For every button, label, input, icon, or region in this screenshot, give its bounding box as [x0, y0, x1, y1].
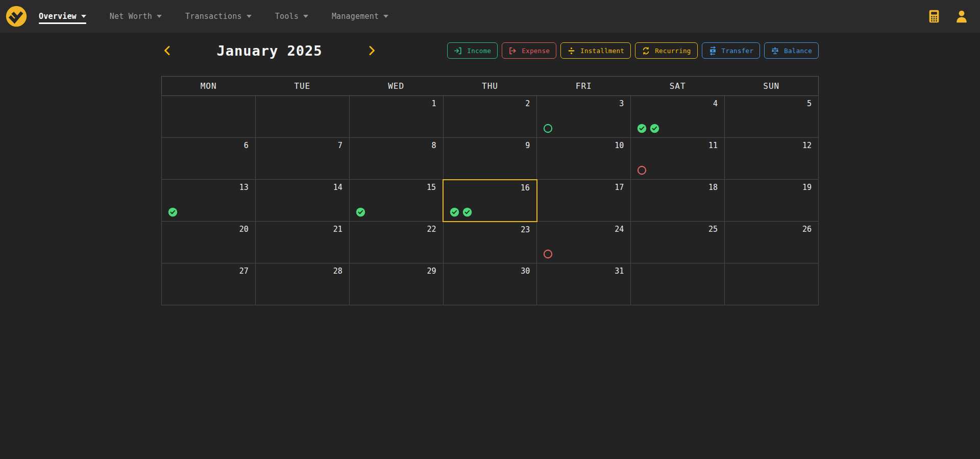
transaction-markers [168, 207, 178, 217]
legend-button-transfer[interactable]: Transfer [702, 42, 761, 59]
green-check-marker-icon [168, 207, 178, 217]
nav-item-management[interactable]: Management [332, 0, 388, 33]
day-number: 14 [333, 183, 342, 192]
green-ring-marker-icon [543, 124, 553, 133]
next-month-button[interactable] [365, 44, 378, 57]
day-cell-10[interactable]: 10 [537, 138, 631, 180]
chevron-left-icon [161, 44, 174, 57]
day-cell-16[interactable]: 16 [443, 180, 537, 222]
green-check-marker-icon [356, 207, 365, 217]
nav-item-net-worth[interactable]: Net Worth [110, 0, 162, 33]
calendar-toolbar: January 2025 IncomeExpenseInstallmentRec… [161, 42, 819, 59]
nav-item-label: Transactions [185, 12, 242, 21]
day-cell-empty [255, 96, 349, 138]
red-ring-marker-icon [637, 165, 647, 175]
day-cell-18[interactable]: 18 [631, 180, 725, 222]
legend-button-label: Balance [784, 47, 812, 55]
day-cell-1[interactable]: 1 [349, 96, 443, 138]
transaction-markers [637, 124, 659, 133]
previous-month-button[interactable] [161, 44, 174, 57]
day-number: 12 [802, 141, 812, 150]
day-cell-empty [162, 96, 256, 138]
month-title: January 2025 [216, 43, 322, 59]
day-cell-14[interactable]: 14 [255, 180, 349, 222]
arrow-right-from-bracket-icon [508, 46, 517, 55]
nav-item-overview[interactable]: Overview [39, 0, 86, 33]
nav-item-label: Tools [275, 12, 299, 21]
day-cell-25[interactable]: 25 [631, 222, 725, 263]
day-cell-31[interactable]: 31 [537, 263, 631, 305]
day-cell-29[interactable]: 29 [349, 263, 443, 305]
calculator-icon[interactable] [927, 9, 941, 24]
transaction-markers [637, 165, 647, 175]
day-cell-11[interactable]: 11 [631, 138, 725, 180]
day-cell-23[interactable]: 23 [443, 222, 537, 263]
day-number: 1 [432, 99, 436, 108]
day-number: 26 [802, 225, 812, 234]
day-cell-19[interactable]: 19 [725, 180, 819, 222]
day-number: 16 [521, 183, 530, 192]
day-number: 5 [807, 99, 812, 108]
day-cell-6[interactable]: 6 [162, 138, 256, 180]
day-cell-26[interactable]: 26 [725, 222, 819, 263]
day-cell-7[interactable]: 7 [255, 138, 349, 180]
weekday-header-sun: SUN [725, 77, 819, 96]
legend-button-installment[interactable]: Installment [560, 42, 631, 59]
legend-button-expense[interactable]: Expense [502, 42, 556, 59]
user-icon[interactable] [954, 9, 969, 24]
nav-item-tools[interactable]: Tools [275, 0, 308, 33]
day-cell-22[interactable]: 22 [349, 222, 443, 263]
weekday-header-fri: FRI [537, 77, 631, 96]
day-cell-20[interactable]: 20 [162, 222, 256, 263]
day-number: 13 [239, 183, 249, 192]
nav-item-label: Overview [39, 12, 77, 21]
day-cell-15[interactable]: 15 [349, 180, 443, 222]
legend-button-label: Installment [580, 47, 624, 55]
day-number: 9 [525, 141, 530, 150]
day-cell-8[interactable]: 8 [349, 138, 443, 180]
day-cell-21[interactable]: 21 [255, 222, 349, 263]
calendar-week-row: 2728293031 [162, 263, 819, 305]
weekday-header-tue: TUE [255, 77, 349, 96]
day-number: 11 [708, 141, 718, 150]
nav-item-transactions[interactable]: Transactions [185, 0, 252, 33]
day-number: 18 [708, 183, 718, 192]
main-nav: OverviewNet WorthTransactionsToolsManage… [39, 0, 388, 33]
day-cell-12[interactable]: 12 [725, 138, 819, 180]
day-cell-24[interactable]: 24 [537, 222, 631, 263]
chevron-down-icon [383, 15, 388, 18]
chevron-down-icon [157, 15, 162, 18]
green-check-marker-icon [637, 124, 647, 133]
day-number: 30 [521, 267, 530, 276]
money-transfer-icon [708, 46, 717, 55]
day-cell-9[interactable]: 9 [443, 138, 537, 180]
legend-button-balance[interactable]: Balance [764, 42, 819, 59]
day-cell-5[interactable]: 5 [725, 96, 819, 138]
day-cell-3[interactable]: 3 [537, 96, 631, 138]
day-cell-28[interactable]: 28 [255, 263, 349, 305]
day-number: 21 [333, 225, 342, 234]
day-number: 22 [427, 225, 436, 234]
legend-button-label: Transfer [722, 47, 754, 55]
day-number: 10 [615, 141, 624, 150]
day-number: 4 [713, 99, 718, 108]
calendar-week-row: 13141516171819 [162, 180, 819, 222]
day-cell-13[interactable]: 13 [162, 180, 256, 222]
app-logo[interactable] [5, 5, 28, 28]
day-cell-27[interactable]: 27 [162, 263, 256, 305]
weekday-header-wed: WED [349, 77, 443, 96]
navbar-right [927, 9, 969, 24]
transaction-markers [356, 207, 365, 217]
legend-button-income[interactable]: Income [447, 42, 498, 59]
divide-icon [567, 46, 576, 55]
day-cell-2[interactable]: 2 [443, 96, 537, 138]
legend-button-recurring[interactable]: Recurring [635, 42, 697, 59]
day-cell-17[interactable]: 17 [537, 180, 631, 222]
day-cell-30[interactable]: 30 [443, 263, 537, 305]
day-number: 15 [427, 183, 436, 192]
red-ring-marker-icon [543, 249, 553, 259]
day-number: 19 [802, 183, 812, 192]
day-number: 27 [239, 267, 249, 276]
day-cell-4[interactable]: 4 [631, 96, 725, 138]
day-number: 3 [619, 99, 624, 108]
